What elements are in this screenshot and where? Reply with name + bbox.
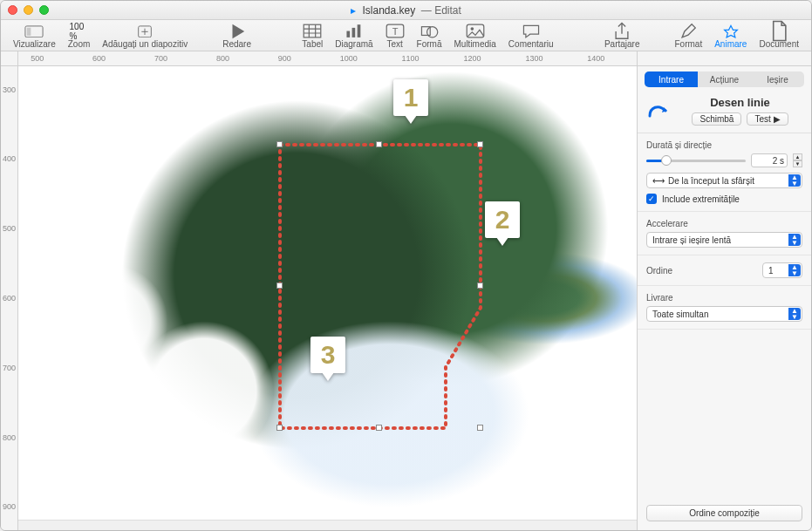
change-effect-button[interactable]: Schimbă — [692, 112, 741, 126]
comment-label: Comentariu — [508, 39, 554, 49]
chart-button[interactable]: Diagramă — [331, 24, 376, 49]
format-label: Format — [675, 39, 703, 49]
document-status: Editat — [434, 4, 461, 17]
view-icon — [24, 24, 44, 38]
tab-action[interactable]: Acțiune — [698, 71, 751, 87]
svg-rect-4 — [346, 31, 350, 37]
media-button[interactable]: Multimedia — [451, 24, 500, 49]
effect-header: Desen linie Schimbă Test ▶ — [638, 92, 811, 133]
svg-point-10 — [427, 27, 438, 37]
media-icon — [466, 24, 485, 38]
play-icon — [228, 24, 247, 38]
comment-icon — [522, 24, 541, 38]
main-area: 300 400 500 600 700 800 900 1 2 3 Intrar… — [1, 66, 811, 530]
svg-rect-6 — [358, 25, 361, 38]
ruler-vertical: 300 400 500 600 700 800 900 — [1, 66, 18, 530]
document-icon: ▸ — [351, 4, 356, 17]
shape-label: Formă — [417, 39, 442, 49]
comment-button[interactable]: Comentariu — [505, 24, 557, 49]
minimize-window-button[interactable] — [24, 5, 33, 15]
window-titlebar: ▸ Islanda.key — Editat — [1, 1, 811, 20]
line-draw-icon — [646, 99, 671, 123]
zoom-label: Zoom — [68, 39, 91, 49]
table-label: Tabel — [302, 39, 323, 49]
delivery-section: Livrare Toate simultan ▲▼ — [638, 286, 811, 330]
paintbrush-icon — [679, 24, 698, 38]
shape-icon — [420, 24, 439, 38]
route-path[interactable] — [18, 66, 637, 530]
map-pin-3[interactable]: 3 — [310, 337, 345, 373]
animate-phase-tabs: Intrare Acțiune Ieșire — [645, 71, 804, 87]
text-icon: T — [386, 24, 405, 38]
map-pin-2[interactable]: 2 — [485, 201, 520, 238]
table-icon — [303, 24, 322, 38]
duration-stepper[interactable]: ▲▼ — [793, 153, 802, 167]
traffic-lights — [8, 5, 49, 15]
duration-label: Durată și direcție — [646, 140, 802, 150]
selection-handle[interactable] — [376, 425, 382, 431]
play-label: Redare — [222, 39, 251, 49]
acceleration-section: Accelerare Intrare și ieșire lentă ▲▼ — [638, 212, 811, 255]
duration-section: Durată și direcție 2 s ▲▼ ⟷ De la începu… — [638, 133, 811, 212]
close-window-button[interactable] — [8, 5, 17, 15]
ruler-horizontal: 500 600 700 800 900 1000 1100 1200 1300 … — [1, 51, 811, 66]
share-icon — [612, 24, 631, 38]
svg-rect-5 — [351, 28, 355, 37]
table-button[interactable]: Tabel — [298, 24, 326, 49]
document-icon-tb — [769, 24, 788, 38]
share-label: Partajare — [604, 39, 640, 49]
format-button[interactable]: Format — [672, 24, 706, 49]
shape-button[interactable]: Formă — [413, 24, 446, 49]
media-label: Multimedia — [454, 39, 496, 49]
order-label: Ordine — [646, 266, 757, 276]
inspector-sidebar: Intrare Acțiune Ieșire Desen linie Schim… — [637, 66, 811, 530]
preview-effect-button[interactable]: Test ▶ — [747, 112, 788, 126]
text-label: Text — [386, 39, 402, 49]
window-title: ▸ Islanda.key — Editat — [1, 4, 811, 17]
document-button[interactable]: Document — [755, 24, 802, 49]
acceleration-select[interactable]: Intrare și ieșire lentă ▲▼ — [646, 232, 802, 248]
document-name: Islanda.key — [362, 4, 415, 17]
add-slide-label: Adăugați un diapozitiv — [102, 39, 188, 49]
tab-build-out[interactable]: Ieșire — [751, 71, 804, 87]
tab-build-in[interactable]: Intrare — [645, 71, 698, 87]
text-button[interactable]: T Text — [382, 24, 408, 49]
animate-button[interactable]: Animare — [711, 24, 750, 49]
selection-handle[interactable] — [477, 283, 483, 289]
svg-rect-3 — [304, 25, 322, 38]
svg-rect-1 — [27, 27, 31, 35]
build-order-button[interactable]: Ordine compoziție — [646, 505, 802, 521]
play-button[interactable]: Redare — [219, 24, 255, 49]
include-endpoints-label: Include extremitățile — [662, 194, 740, 204]
animate-icon — [721, 24, 740, 38]
acceleration-label: Accelerare — [646, 219, 802, 228]
selection-handle[interactable] — [276, 283, 283, 289]
order-select[interactable]: 1 ▲▼ — [762, 262, 802, 278]
chart-icon — [345, 24, 364, 38]
selection-handle[interactable] — [376, 141, 382, 147]
document-label: Document — [759, 39, 799, 49]
animate-label: Animare — [714, 39, 747, 49]
map-pin-1[interactable]: 1 — [393, 79, 428, 116]
selection-handle[interactable] — [276, 141, 283, 147]
view-button[interactable]: Vizualizare — [10, 24, 59, 49]
zoom-button[interactable]: 100 % Zoom — [65, 24, 94, 49]
selection-handle[interactable] — [276, 425, 283, 431]
view-label: Vizualizare — [13, 39, 56, 49]
selection-handle[interactable] — [477, 425, 483, 431]
horizontal-scrollbar[interactable] — [18, 520, 637, 530]
fullscreen-window-button[interactable] — [39, 5, 49, 15]
add-slide-button[interactable]: Adăugați un diapozitiv — [99, 24, 191, 49]
direction-select[interactable]: ⟷ De la început la sfârșit ▲▼ — [646, 173, 802, 188]
plus-icon — [135, 24, 154, 38]
selection-handle[interactable] — [477, 141, 483, 147]
order-section: Ordine 1 ▲▼ — [638, 255, 811, 286]
slide-canvas[interactable]: 1 2 3 — [18, 66, 637, 530]
duration-slider[interactable] — [646, 160, 746, 162]
chart-label: Diagramă — [335, 39, 372, 49]
delivery-select[interactable]: Toate simultan ▲▼ — [646, 306, 802, 322]
include-endpoints-checkbox[interactable]: ✓ — [646, 194, 657, 204]
share-button[interactable]: Partajare — [601, 24, 644, 49]
duration-field[interactable]: 2 s — [751, 153, 788, 167]
effect-name: Desen linie — [678, 96, 802, 109]
